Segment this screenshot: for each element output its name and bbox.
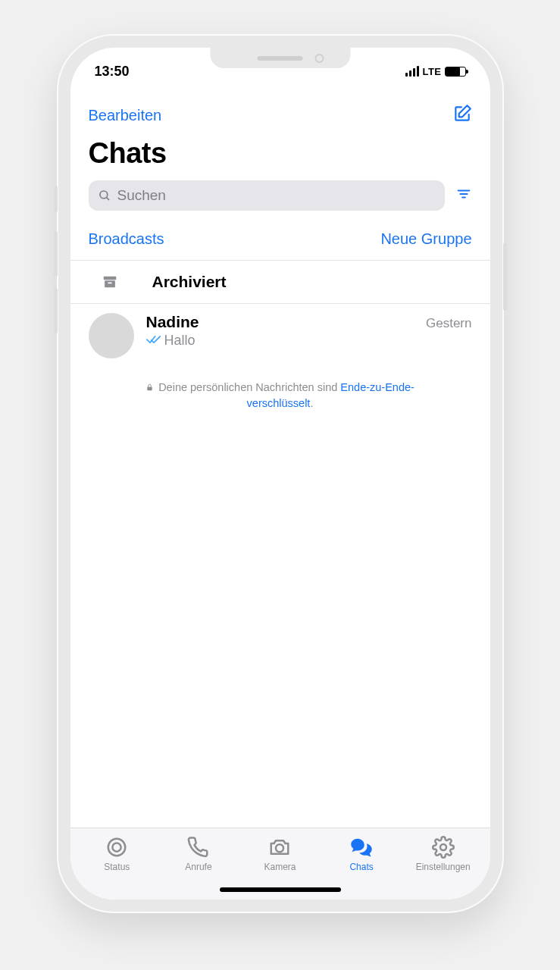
tab-status-label: Status <box>104 862 130 872</box>
svg-rect-7 <box>108 282 112 283</box>
status-icon <box>105 836 128 859</box>
volume-down-button <box>54 288 58 333</box>
chat-time: Gestern <box>426 316 471 331</box>
archive-icon <box>89 274 131 290</box>
chat-row[interactable]: Nadine Gestern Hallo <box>89 304 472 359</box>
notch <box>210 48 350 68</box>
tab-camera-label: Kamera <box>264 862 296 872</box>
encryption-notice: Deine persönlichen Nachrichten sind Ende… <box>89 359 472 411</box>
side-button <box>503 242 507 311</box>
front-camera <box>314 54 324 63</box>
svg-point-10 <box>113 843 121 851</box>
search-icon <box>98 189 111 202</box>
search-input[interactable]: Suchen <box>89 180 445 211</box>
status-time: 13:50 <box>95 64 130 80</box>
volume-up-button <box>54 231 58 277</box>
archived-row[interactable]: Archiviert <box>89 261 472 303</box>
tab-calls-label: Anrufe <box>185 862 211 872</box>
chat-name: Nadine <box>146 313 199 331</box>
svg-point-9 <box>108 839 126 856</box>
camera-icon <box>268 836 291 859</box>
phone-icon <box>187 836 210 859</box>
signal-icon <box>405 66 419 77</box>
page-title: Chats <box>89 137 472 170</box>
phone-device-frame: 13:50 LTE Bearbeiten Chats <box>57 34 504 913</box>
tab-status[interactable]: Status <box>77 836 158 900</box>
lock-icon <box>145 381 154 396</box>
speaker-grille <box>258 56 303 61</box>
new-group-link[interactable]: Neue Gruppe <box>380 230 471 248</box>
svg-point-11 <box>276 844 283 852</box>
avatar <box>89 313 134 358</box>
chat-preview: Hallo <box>164 333 196 349</box>
svg-point-12 <box>440 844 446 850</box>
screen: 13:50 LTE Bearbeiten Chats <box>70 48 490 900</box>
compose-icon[interactable] <box>452 104 472 127</box>
gear-icon <box>432 836 455 859</box>
tab-settings-label: Einstellungen <box>416 862 471 872</box>
encryption-text-suffix: . <box>310 397 313 409</box>
svg-rect-6 <box>105 280 115 287</box>
header: Bearbeiten Chats Suchen <box>70 84 490 411</box>
mute-switch <box>54 186 58 212</box>
tab-chats-label: Chats <box>349 862 373 872</box>
read-receipt-icon <box>146 333 161 349</box>
broadcasts-link[interactable]: Broadcasts <box>89 230 164 248</box>
chats-icon <box>350 836 373 859</box>
search-placeholder: Suchen <box>117 187 166 204</box>
encryption-text-prefix: Deine persönlichen Nachrichten sind <box>158 381 340 393</box>
status-right: LTE <box>405 66 465 77</box>
edit-button[interactable]: Bearbeiten <box>89 107 162 124</box>
filter-icon[interactable] <box>455 186 472 205</box>
battery-icon <box>445 67 466 77</box>
svg-rect-5 <box>103 277 116 280</box>
network-label: LTE <box>422 66 441 77</box>
svg-point-0 <box>100 191 108 199</box>
home-indicator[interactable] <box>220 887 341 892</box>
svg-line-1 <box>106 197 109 200</box>
archived-label: Archiviert <box>152 273 227 291</box>
svg-rect-8 <box>147 387 152 391</box>
tab-settings[interactable]: Einstellungen <box>402 836 484 900</box>
